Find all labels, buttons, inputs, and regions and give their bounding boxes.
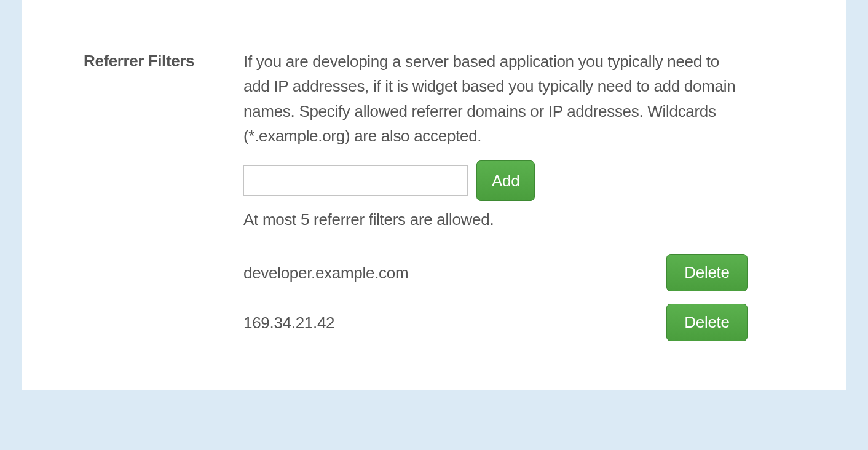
label-column: Referrer Filters [84,49,243,341]
delete-button[interactable]: Delete [666,254,748,291]
filter-value: 169.34.21.42 [243,310,334,335]
section-title: Referrer Filters [84,52,243,71]
add-button[interactable]: Add [476,160,535,201]
filter-row: developer.example.com Delete [243,254,748,291]
limit-note: At most 5 referrer filters are allowed. [243,207,748,232]
referrer-filters-row: Referrer Filters If you are developing a… [22,0,772,341]
add-filter-row: Add [243,165,748,201]
filter-row: 169.34.21.42 Delete [243,304,748,341]
filter-list: developer.example.com Delete 169.34.21.4… [243,254,748,341]
delete-button[interactable]: Delete [666,304,748,341]
settings-panel: Referrer Filters If you are developing a… [22,0,846,390]
referrer-filter-input[interactable] [243,165,468,196]
content-column: If you are developing a server based app… [243,49,748,341]
section-description: If you are developing a server based app… [243,49,748,148]
filter-value: developer.example.com [243,261,408,285]
